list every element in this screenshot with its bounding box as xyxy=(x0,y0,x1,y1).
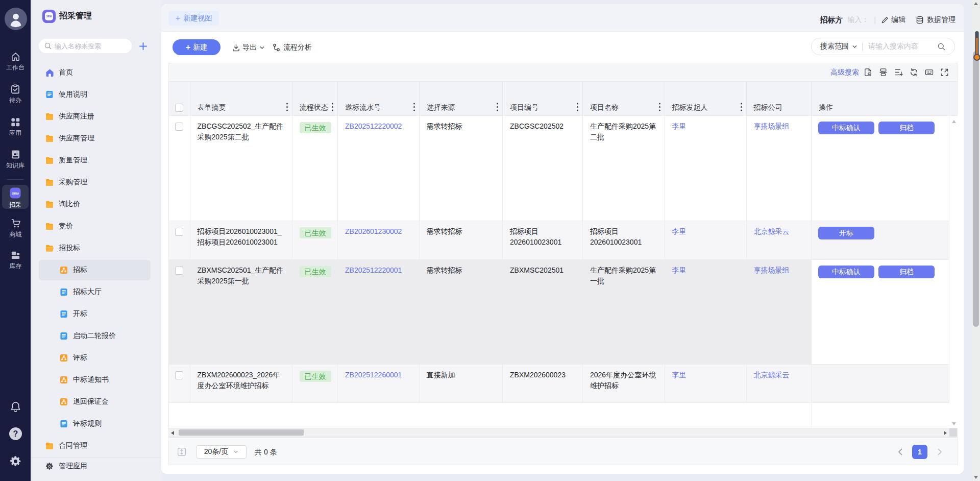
svg-text:SRM: SRM xyxy=(12,192,18,195)
svg-text:AI: AI xyxy=(13,152,17,156)
